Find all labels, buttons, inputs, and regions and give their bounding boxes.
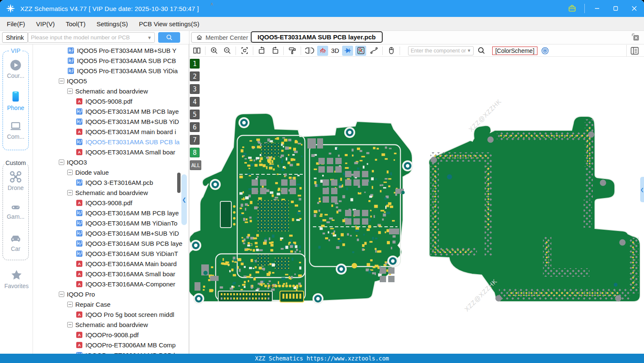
- tree-scrollbar-thumb[interactable]: [177, 173, 181, 193]
- tree-item[interactable]: Diode value: [33, 167, 189, 177]
- svg-text:A: A: [78, 282, 81, 286]
- right-panel-toggle-icon[interactable]: [630, 46, 640, 56]
- tree-collapse-handle[interactable]: ❮: [181, 174, 187, 225]
- zoom-out-icon[interactable]: [222, 46, 233, 56]
- pcb-canvas[interactable]: XZZ@XZZHK XZZ@XZZHK XZZ@XZZHK XZZ@XZZHK …: [189, 57, 644, 354]
- tree-item[interactable]: Schematic and boardview: [33, 187, 189, 198]
- tree-item[interactable]: IQOO5 Pro-ET3034AMA SUB PCB: [33, 55, 189, 66]
- tree-item[interactable]: Schematic and boardview: [33, 86, 189, 96]
- right-panel-handle[interactable]: ❮: [640, 177, 644, 202]
- eye-visibility-icon[interactable]: [540, 46, 551, 56]
- tree-item[interactable]: A IQOO Pro 5g boot screen middl: [33, 309, 189, 319]
- pdf-file-icon: A: [76, 341, 83, 349]
- tree-item[interactable]: IQOO3-ET3016AM MB+SUB YiD: [33, 228, 189, 238]
- tree-item[interactable]: A IQOO3-ET3016AMA Small boar: [33, 269, 189, 279]
- tree-item[interactable]: IQOO3-ET3016AM MB YiDianTo: [33, 218, 189, 228]
- diode-mode-icon[interactable]: [342, 46, 353, 56]
- tree-item[interactable]: IQOO5-ET3031AMA SUB PCB la: [33, 137, 189, 147]
- tree-item[interactable]: A IQOO3-9008.pdf: [33, 198, 189, 208]
- paint-roller-icon[interactable]: [287, 46, 298, 56]
- tree-item[interactable]: A IQOO3-ET3016AMA-Componer: [33, 279, 189, 289]
- tree-item[interactable]: IQOO 3-ET3016AM.pcb: [33, 177, 189, 187]
- layer-button-all[interactable]: ALL: [190, 160, 201, 170]
- layer-button-7[interactable]: 7: [190, 135, 200, 145]
- menu-item-1[interactable]: VIP(V): [36, 20, 55, 28]
- collapse-toggle-icon[interactable]: [67, 322, 73, 327]
- sidebar-item-com[interactable]: Com...: [3, 120, 28, 140]
- app-logo-icon: [5, 3, 16, 14]
- split-view-icon[interactable]: [191, 46, 202, 56]
- layer-button-1[interactable]: 1: [190, 59, 200, 69]
- tree-item[interactable]: IQOO3-ET3016AM SUB YiDianT: [33, 248, 189, 258]
- pcb-file-icon: [67, 57, 74, 64]
- sidebar-item-phone[interactable]: Phone: [3, 89, 28, 111]
- tree-item[interactable]: A IQOO5-ET3031AMA Small boar: [33, 147, 189, 157]
- tree-item[interactable]: A IQOO3-ET3016AMA Main board: [33, 258, 189, 269]
- vip-group-label: VIP: [10, 47, 22, 54]
- collapse-toggle-icon[interactable]: [67, 170, 73, 175]
- net-probe-icon[interactable]: [355, 46, 366, 56]
- tree-item[interactable]: IQOO5-ET3031AM MB+SUB YiD: [33, 116, 189, 126]
- collapse-toggle-icon[interactable]: [59, 292, 64, 297]
- chevron-down-icon[interactable]: ▼: [147, 35, 152, 40]
- menu-bar: File(F)VIP(V)Tool(T)Settings(S)PCB View …: [0, 17, 644, 31]
- shrink-button[interactable]: Shrink: [2, 32, 28, 43]
- fit-selection-icon[interactable]: [239, 46, 250, 56]
- layer-button-2[interactable]: 2: [190, 72, 200, 81]
- mouse-settings-icon[interactable]: [386, 46, 397, 56]
- sidebar-item-drone[interactable]: Drone: [3, 170, 28, 191]
- tree-item[interactable]: IQOO Pro: [33, 289, 189, 299]
- tree-item[interactable]: A IQOOPro-ET3006AM MB Comp: [33, 340, 189, 350]
- tree-item[interactable]: IQOO5: [33, 76, 189, 86]
- layer-button-4[interactable]: 4: [190, 97, 200, 107]
- menu-item-2[interactable]: Tool(T): [66, 20, 86, 28]
- rotate-right-icon[interactable]: [269, 46, 280, 56]
- arc-measure-icon[interactable]: [368, 46, 379, 56]
- tree-scroll-up-icon[interactable]: ∧: [210, 1, 636, 7]
- rotate-left-icon[interactable]: [256, 46, 267, 56]
- tree-item[interactable]: IQOO3-ET3016AM SUB PCB laye: [33, 238, 189, 248]
- search-button[interactable]: [158, 32, 180, 43]
- menu-item-3[interactable]: Settings(S): [96, 20, 128, 28]
- tree-item[interactable]: IQOO3: [33, 157, 189, 167]
- layer-button-6[interactable]: 6: [190, 122, 200, 132]
- tree-item[interactable]: Schematic and boardview: [33, 319, 189, 330]
- model-search-input[interactable]: Please input the model number or PCB ▼: [28, 32, 155, 43]
- collapse-toggle-icon[interactable]: [67, 190, 73, 195]
- colorscheme-button[interactable]: [ColorScheme]: [492, 47, 537, 55]
- tree-item[interactable]: IQOO5 Pro-ET3034AM MB+SUB Y: [33, 45, 189, 55]
- sidebar-item-car[interactable]: Car: [3, 233, 28, 252]
- layer-button-3[interactable]: 3: [190, 84, 200, 94]
- collapse-toggle-icon[interactable]: [59, 160, 64, 165]
- tree-item[interactable]: Repair Case: [33, 299, 189, 309]
- tree-item[interactable]: IQOOPro-ET3006AM MB PCB l: [33, 350, 189, 354]
- net-search-go-icon[interactable]: [476, 46, 487, 56]
- collapse-toggle-icon[interactable]: [59, 78, 64, 84]
- tree-item[interactable]: A IQOOPro-9008.pdf: [33, 330, 189, 340]
- 3d-view-button[interactable]: 3D: [330, 47, 340, 54]
- sidebar-item-gam[interactable]: Gam...: [3, 202, 28, 220]
- flip-horizontal-icon[interactable]: [304, 46, 315, 56]
- close-all-tabs-icon[interactable]: [631, 33, 640, 42]
- chevron-down-icon[interactable]: ▼: [467, 48, 471, 53]
- svg-text:A: A: [78, 99, 81, 104]
- member-center-button[interactable]: Member Center: [191, 32, 253, 43]
- layer-button-5[interactable]: 5: [190, 110, 200, 119]
- zoom-in-icon[interactable]: [208, 46, 219, 56]
- menu-item-4[interactable]: PCB View settings(S): [139, 20, 199, 28]
- collapse-toggle-icon[interactable]: [67, 302, 73, 307]
- sidebar-item-favorites[interactable]: Favorites: [0, 269, 33, 289]
- sidebar-item-cour[interactable]: Cour...: [3, 59, 28, 79]
- menu-item-0[interactable]: File(F): [7, 20, 25, 28]
- collapse-toggle-icon[interactable]: [67, 88, 73, 94]
- tree-item[interactable]: A IQOO5-9008.pdf: [33, 96, 189, 106]
- tree-item[interactable]: IQOO3-ET3016AM MB PCB laye: [33, 208, 189, 218]
- lamp-mode-icon[interactable]: [317, 46, 328, 56]
- tree-item[interactable]: A IQOO5-ET3031AM main board i: [33, 126, 189, 137]
- tree-item[interactable]: IQOO5-ET3031AM MB PCB laye: [33, 106, 189, 116]
- layer-button-8[interactable]: 8: [190, 148, 200, 157]
- tree-item[interactable]: IQOO5 Pro-ET3034AMA SUB YiDia: [33, 66, 189, 76]
- net-search-input[interactable]: Enter the component or net name ▼: [408, 46, 474, 55]
- home-icon: [196, 34, 203, 41]
- document-tab[interactable]: IQOO5-ET3031AMA SUB PCB layer.pcb: [251, 31, 383, 43]
